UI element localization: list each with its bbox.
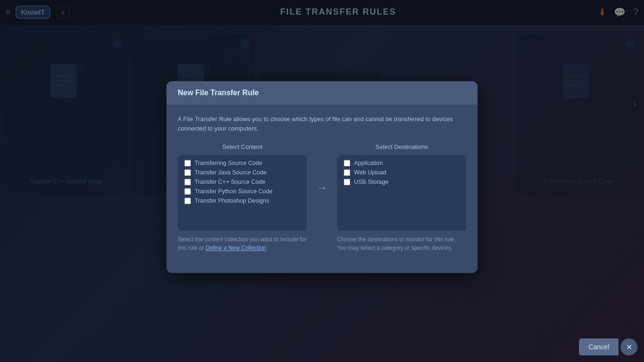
- content-item-5-label: Transfer Photoshop Designs: [195, 197, 269, 204]
- cancel-button[interactable]: Cancel: [579, 338, 619, 355]
- destination-item-3[interactable]: USB Storage: [344, 179, 460, 185]
- arrow-separator: →: [316, 143, 328, 194]
- modal-footer: Cancel ✕: [579, 338, 637, 355]
- modal-columns: Select Content Transferring Source Code …: [178, 143, 466, 252]
- transfer-arrow-icon: →: [316, 181, 328, 194]
- cancel-close-button[interactable]: ✕: [620, 338, 637, 355]
- destination-item-2-label: Web Upload: [354, 169, 387, 176]
- content-item-4[interactable]: Transfer Python Source Code: [184, 188, 300, 195]
- modal-body: A File Transfer Rule allows you to choos…: [166, 105, 478, 273]
- content-item-1[interactable]: Transferring Source Code: [184, 160, 300, 166]
- destination-checkbox-2[interactable]: [344, 169, 350, 176]
- destinations-checkbox-list: Application Web Upload USB Storage: [337, 155, 466, 230]
- content-checkbox-3[interactable]: [184, 179, 191, 185]
- content-hint: Select the content collection you want t…: [178, 235, 307, 252]
- content-item-4-label: Transfer Python Source Code: [195, 188, 272, 195]
- content-checkbox-4[interactable]: [184, 188, 191, 195]
- content-checkbox-2[interactable]: [184, 169, 191, 176]
- modal-title: New File Transfer Rule: [178, 89, 259, 97]
- content-checkbox-list: Transferring Source Code Transfer Java S…: [178, 155, 307, 230]
- destination-item-1-label: Application: [354, 160, 383, 166]
- select-destinations-label: Select Destinations: [337, 143, 466, 150]
- modal-header: New File Transfer Rule: [166, 81, 478, 105]
- destinations-section: Select Destinations Application Web Uplo…: [337, 143, 466, 252]
- destinations-hint: Choose the destinations to monitor for t…: [337, 235, 466, 252]
- content-item-1-label: Transferring Source Code: [195, 160, 262, 166]
- content-item-5[interactable]: Transfer Photoshop Designs: [184, 197, 300, 204]
- content-section: Select Content Transferring Source Code …: [178, 143, 307, 252]
- content-item-3[interactable]: Transfer C++ Source Code: [184, 179, 300, 185]
- content-item-2-label: Transfer Java Source Code: [195, 169, 266, 176]
- new-file-transfer-rule-modal: New File Transfer Rule A File Transfer R…: [166, 81, 478, 273]
- define-new-collection-link[interactable]: Define a New Collection: [206, 245, 266, 251]
- content-checkbox-5[interactable]: [184, 197, 191, 204]
- content-item-2[interactable]: Transfer Java Source Code: [184, 169, 300, 176]
- modal-description: A File Transfer Rule allows you to choos…: [178, 115, 466, 133]
- content-checkbox-1[interactable]: [184, 160, 191, 166]
- content-item-3-label: Transfer C++ Source Code: [195, 179, 265, 185]
- select-content-label: Select Content: [178, 143, 307, 150]
- destination-checkbox-3[interactable]: [344, 179, 350, 185]
- destination-item-3-label: USB Storage: [354, 179, 388, 185]
- destination-item-1[interactable]: Application: [344, 160, 460, 166]
- destination-item-2[interactable]: Web Upload: [344, 169, 460, 176]
- destination-checkbox-1[interactable]: [344, 160, 350, 166]
